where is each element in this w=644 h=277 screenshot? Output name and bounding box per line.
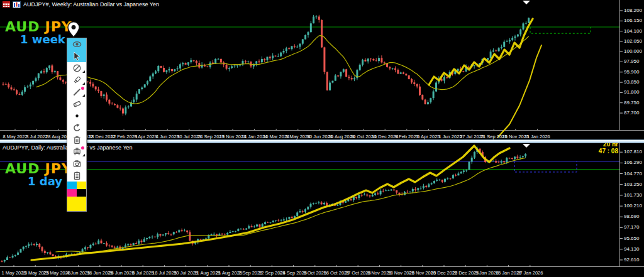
color-swatch[interactable] <box>77 189 86 197</box>
trash-icon[interactable] <box>67 134 86 146</box>
price-label: 91.800 <box>624 90 639 95</box>
price-label: 100.000 <box>624 49 642 54</box>
date-label: 6 Apr 2025 <box>417 134 440 139</box>
eye-icon[interactable] <box>67 38 86 50</box>
weekly-chart-title: AUDJPY#, Weekly: Australian Dollar vs Ja… <box>23 1 159 8</box>
date-label: 12 Feb 2023 <box>111 134 137 139</box>
price-label: 97.170 <box>624 225 639 230</box>
annotation-toolbar <box>67 38 87 212</box>
date-label: 4 Jun 2023 <box>156 134 179 139</box>
price-label: 89.750 <box>624 100 639 106</box>
badge-dot <box>81 87 84 90</box>
date-label: 3 Jul 2022 <box>26 134 48 139</box>
price-label: 98.690 <box>624 214 639 219</box>
countdown-line2: 47 : 08 <box>599 148 618 155</box>
panel-splitter[interactable] <box>0 139 644 143</box>
color-palette <box>67 182 86 211</box>
undo-icon[interactable] <box>67 122 86 134</box>
price-label: 100.210 <box>624 204 642 209</box>
price-label: 104.100 <box>624 29 642 34</box>
pen-icon[interactable] <box>67 86 86 98</box>
price-label: 101.730 <box>624 193 642 198</box>
price-label: 95.650 <box>624 236 639 241</box>
date-label: 8 May 2022 <box>3 134 27 139</box>
no-draw-icon[interactable] <box>67 62 86 74</box>
price-label: 103.250 <box>624 182 642 187</box>
date-label: 18 Jul 2025 <box>152 271 177 276</box>
clipboard-icon[interactable] <box>67 170 86 182</box>
eraser-icon[interactable] <box>67 98 86 110</box>
price-label: 104.770 <box>624 171 642 177</box>
period-grid-icon[interactable] <box>3 1 10 8</box>
date-label: 1 Jun 2025 <box>438 134 462 139</box>
price-label: 106.150 <box>624 18 642 23</box>
pin-icon[interactable] <box>67 21 80 38</box>
price-label: 87.700 <box>624 111 639 116</box>
price-label: 106.290 <box>624 160 642 165</box>
dot-icon[interactable] <box>67 110 86 122</box>
submenu-corner <box>82 154 85 156</box>
price-label: 108.200 <box>624 8 642 13</box>
whiteboard-icon[interactable] <box>67 146 86 158</box>
color-swatch[interactable] <box>77 182 86 189</box>
color-swatch[interactable] <box>67 182 77 189</box>
submenu-corner <box>82 94 85 97</box>
price-label: 97.950 <box>624 59 639 64</box>
weekly-chart-titlebar: AUDJPY#, Weekly: Australian Dollar vs Ja… <box>0 0 644 9</box>
color-swatch[interactable] <box>67 189 77 197</box>
price-label: 95.900 <box>624 70 639 75</box>
price-label: 92.610 <box>624 258 639 263</box>
price-label: 94.130 <box>624 247 639 252</box>
submenu-corner <box>82 70 85 73</box>
date-label: 27 Jan 2026 <box>517 271 543 276</box>
weekly-timeframe-annotation: 1 week <box>20 33 65 46</box>
daily-chart-titlebar: AUDJPY#, Daily: Australian Dollar vs Jap… <box>0 144 644 151</box>
date-label: 8 Jul 2025 <box>132 271 154 276</box>
badge-dot <box>81 146 84 149</box>
date-label: 11 Jan 2026 <box>525 134 550 139</box>
highlighter-icon[interactable] <box>67 74 86 86</box>
current-color-swatch[interactable] <box>67 197 86 211</box>
daily-timeframe-annotation: 1 day <box>28 175 62 188</box>
cursor-icon[interactable] <box>67 50 86 62</box>
date-label: 9 Apr 2023 <box>134 134 157 139</box>
date-label: 26 Jun 2025 <box>108 271 134 276</box>
price-label: 93.850 <box>624 80 639 85</box>
submenu-corner <box>82 82 85 85</box>
price-label: 102.050 <box>624 39 642 44</box>
trading-terminal: AUDJPY#, Weekly: Australian Dollar vs Ja… <box>0 0 644 277</box>
candlestick-chart-icon[interactable] <box>13 1 21 8</box>
date-label: 9 Feb 2025 <box>395 134 419 139</box>
camera-icon[interactable] <box>67 158 86 170</box>
